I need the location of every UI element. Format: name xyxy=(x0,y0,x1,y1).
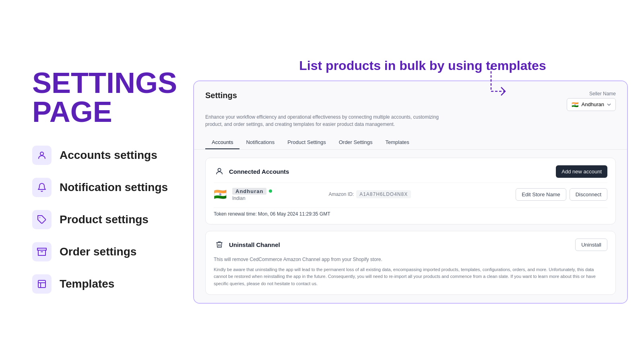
tab-notifications[interactable]: Notifications xyxy=(239,136,281,149)
uninstall-section: Uninstall Channel Uninstall This will re… xyxy=(205,231,616,295)
account-row: 🇮🇳 Andhuran Indian Amazon ID: A1A87H6LDO… xyxy=(214,183,607,204)
seller-name: Andhuran xyxy=(582,101,604,107)
settings-header: Settings Seller Name 🇮🇳 Andhuran Enhance… xyxy=(194,81,627,150)
tab-templates[interactable]: Templates xyxy=(379,136,416,149)
accounts-section-icon xyxy=(214,166,225,177)
amazon-id-label: Amazon ID: xyxy=(328,191,354,197)
uninstall-title: Uninstall Channel xyxy=(229,241,280,248)
svg-rect-4 xyxy=(38,280,45,288)
svg-point-0 xyxy=(40,152,43,155)
uninstall-warning: Kindly be aware that uninstalling the ap… xyxy=(214,266,607,288)
sidebar-item-product[interactable]: Product settings xyxy=(32,210,169,229)
uninstall-description: This will remove CedCommerce Amazon Chan… xyxy=(214,256,607,263)
settings-body: Connected Accounts Add new account 🇮🇳 An… xyxy=(194,150,627,303)
templates-label: Templates xyxy=(60,278,114,290)
left-panel: SETTINGS PAGE Accounts settings Notifica… xyxy=(0,44,193,318)
settings-title: Settings xyxy=(205,91,237,100)
accounts-settings-label: Accounts settings xyxy=(60,149,157,162)
sidebar-item-order[interactable]: Order settings xyxy=(32,242,169,261)
token-renewal-text: Token renewal time: Mon, 06 May 2024 11:… xyxy=(214,208,607,217)
chevron-down-icon xyxy=(607,102,611,107)
connected-accounts-title: Connected Accounts xyxy=(229,168,289,175)
tab-product-settings[interactable]: Product Settings xyxy=(281,136,332,149)
tab-order-settings[interactable]: Order Settings xyxy=(332,136,379,149)
user-icon xyxy=(32,146,52,165)
amazon-id-value: A1A87H6LDO4N8X xyxy=(356,190,411,198)
product-settings-label: Product settings xyxy=(60,213,149,226)
seller-area: Seller Name 🇮🇳 Andhuran xyxy=(567,91,616,111)
svg-point-5 xyxy=(218,169,221,171)
seller-select[interactable]: 🇮🇳 Andhuran xyxy=(567,98,616,111)
account-info: Andhuran Indian xyxy=(232,188,323,201)
trash-icon xyxy=(214,239,225,250)
status-active-dot xyxy=(269,189,272,193)
settings-card: Settings Seller Name 🇮🇳 Andhuran Enhance… xyxy=(193,80,628,304)
tab-accounts[interactable]: Accounts xyxy=(205,136,239,149)
dashed-arrow xyxy=(467,65,515,101)
disconnect-button[interactable]: Disconnect xyxy=(570,188,607,201)
account-actions: Edit Store Name Disconnect xyxy=(516,188,607,201)
notification-settings-label: Notification settings xyxy=(60,181,168,194)
tag-icon xyxy=(32,210,52,229)
sidebar-item-templates[interactable]: Templates xyxy=(32,274,169,294)
settings-description: Enhance your workflow efficiency and ope… xyxy=(205,113,447,128)
inbox-icon xyxy=(32,242,52,261)
sidebar-item-accounts[interactable]: Accounts settings xyxy=(32,146,169,165)
account-name: Andhuran xyxy=(232,188,266,195)
bell-icon xyxy=(32,178,52,197)
sidebar-item-notifications[interactable]: Notification settings xyxy=(32,178,169,197)
account-region: Indian xyxy=(232,195,323,201)
right-panel: List products in bulk by using templates… xyxy=(193,50,644,312)
seller-label: Seller Name xyxy=(589,91,616,97)
order-settings-label: Order settings xyxy=(60,245,136,258)
uninstall-button[interactable]: Uninstall xyxy=(575,239,607,251)
edit-store-name-button[interactable]: Edit Store Name xyxy=(516,188,566,201)
template-icon xyxy=(32,274,52,294)
india-flag: 🇮🇳 xyxy=(571,101,579,109)
svg-rect-2 xyxy=(37,248,46,250)
tabs-row: Accounts Notifications Product Settings … xyxy=(205,134,616,149)
add-new-account-button[interactable]: Add new account xyxy=(556,165,607,178)
page-title: SETTINGS PAGE xyxy=(32,68,169,126)
account-flag: 🇮🇳 xyxy=(214,188,227,201)
connected-accounts-section: Connected Accounts Add new account 🇮🇳 An… xyxy=(205,158,616,224)
